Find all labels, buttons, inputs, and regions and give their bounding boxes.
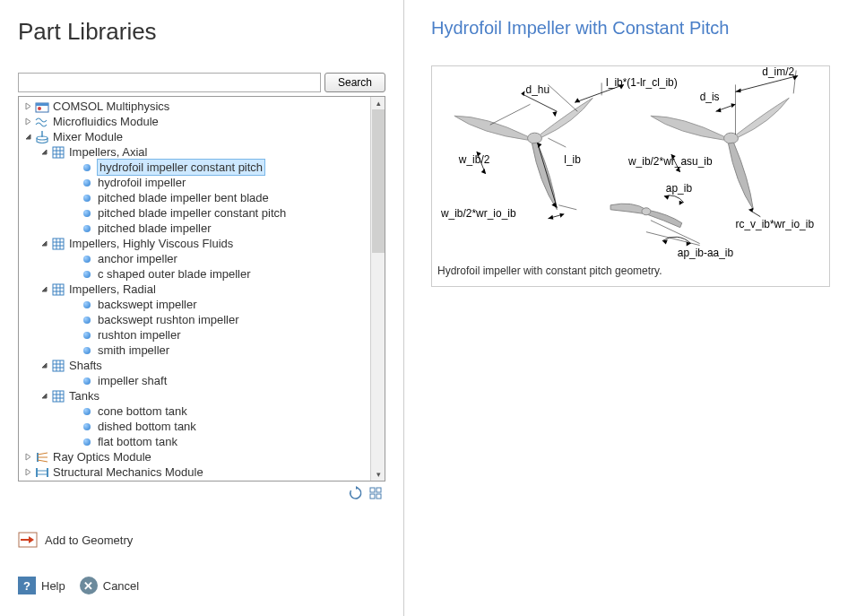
expander-icon[interactable] — [22, 117, 33, 127]
tree-item-label: Structural Mechanics Module — [53, 464, 203, 480]
svg-rect-20 — [53, 360, 64, 371]
expander-icon[interactable] — [39, 147, 49, 158]
expander-icon[interactable] — [39, 239, 49, 249]
tree-view[interactable]: COMSOL MultiphysicsMicrofluidics ModuleM… — [18, 96, 385, 482]
expander-icon[interactable] — [22, 132, 33, 143]
svg-rect-25 — [53, 391, 64, 402]
dim-label: rc_v_ib*wr_io_ib — [735, 218, 814, 230]
scroll-down-arrow[interactable]: ▾ — [371, 468, 385, 481]
expander-icon[interactable] — [22, 452, 33, 463]
tree-item-label: hydrofoil impeller constant pitch — [98, 160, 264, 175]
scroll-up-arrow[interactable]: ▴ — [371, 97, 385, 109]
tree-item[interactable]: pitched blade impeller constant pitch — [19, 205, 370, 221]
dim-label: l_ib — [564, 153, 581, 166]
bullet-icon — [80, 435, 94, 449]
cancel-icon: ✕ — [80, 577, 98, 594]
expander-icon[interactable] — [39, 391, 49, 402]
add-to-geometry-button[interactable]: Add to Geometry — [18, 532, 385, 548]
bullet-icon — [80, 328, 94, 343]
tree-item[interactable]: Impellers, Axial — [19, 144, 370, 160]
bullet-icon — [80, 343, 94, 358]
svg-rect-40 — [376, 494, 381, 499]
svg-line-51 — [548, 138, 566, 147]
mixer-icon — [35, 130, 49, 144]
tree-item[interactable]: hydrofoil impeller constant pitch — [19, 160, 370, 175]
dim-label: ap_ib — [666, 182, 693, 195]
help-button[interactable]: ? Help — [18, 577, 65, 594]
cancel-button[interactable]: ✕ Cancel — [80, 577, 139, 594]
table-icon — [51, 282, 65, 297]
tree-item-label: Shafts — [69, 358, 102, 373]
svg-line-45 — [490, 104, 531, 125]
dim-label: w_ib/2*wr_io_ib — [440, 207, 516, 220]
svg-rect-5 — [53, 147, 64, 158]
tree-item-label: Impellers, Axial — [69, 144, 147, 160]
svg-point-61 — [642, 208, 651, 215]
search-input[interactable] — [18, 73, 321, 92]
expander-icon[interactable] — [39, 360, 49, 371]
dim-label: d_im/2 — [762, 66, 794, 78]
tree-item[interactable]: Shafts — [19, 358, 370, 373]
tree-item-label: Mixer Module — [53, 129, 123, 144]
svg-line-46 — [548, 84, 577, 111]
tree-item[interactable]: Structural Mechanics Module — [19, 464, 370, 480]
bullet-icon — [80, 313, 94, 327]
tree-item[interactable]: impeller shaft — [19, 373, 370, 388]
tree-item-label: cone bottom tank — [98, 403, 187, 419]
tree-item-label: Ray Optics Module — [53, 449, 151, 464]
bullet-icon — [80, 252, 94, 266]
search-button[interactable]: Search — [324, 73, 385, 92]
tree-item-label: pitched blade impeller bent blade — [98, 190, 269, 205]
bullet-icon — [80, 191, 94, 205]
tree-item[interactable]: dished bottom tank — [19, 419, 370, 434]
tree-item[interactable]: rushton impeller — [19, 327, 370, 343]
tree-item[interactable]: Mixer Module — [19, 129, 370, 144]
tree-item[interactable]: Microfluidics Module — [19, 114, 370, 129]
svg-rect-34 — [37, 471, 48, 474]
bullet-icon — [80, 420, 94, 434]
tree-item[interactable]: backswept rushton impeller — [19, 312, 370, 327]
tree-item-label: rushton impeller — [98, 327, 181, 343]
tree-item[interactable]: COMSOL Multiphysics — [19, 99, 370, 114]
tree-item-label: backswept impeller — [98, 297, 197, 312]
tree-item[interactable]: anchor impeller — [19, 251, 370, 266]
tree-item[interactable]: backswept impeller — [19, 297, 370, 312]
table-icon — [51, 145, 65, 160]
bullet-icon — [80, 176, 94, 190]
tree-item[interactable]: Impellers, Radial — [19, 282, 370, 297]
refresh-icon[interactable] — [348, 485, 364, 501]
tree-item-label: anchor impeller — [98, 251, 177, 266]
tree-item-label: pitched blade impeller — [98, 221, 211, 236]
expander-icon[interactable] — [39, 284, 49, 295]
tree-item-label: dished bottom tank — [98, 419, 196, 434]
tree-item[interactable]: Impellers, Highly Viscous Fluids — [19, 236, 370, 251]
tree-item[interactable]: c shaped outer blade impeller — [19, 266, 370, 282]
tree-item[interactable]: pitched blade impeller bent blade — [19, 190, 370, 205]
tree-item[interactable]: Tanks — [19, 388, 370, 403]
svg-line-31 — [38, 453, 48, 455]
tree-item[interactable]: cone bottom tank — [19, 403, 370, 419]
panel-title: Part Libraries — [18, 18, 385, 46]
tree-item[interactable]: Ray Optics Module — [19, 449, 370, 464]
svg-line-52 — [558, 205, 576, 210]
scrollbar[interactable]: ▴ ▾ — [370, 97, 385, 481]
tree-item-label: smith impeller — [98, 343, 169, 358]
dim-label: w_ib/2 — [458, 153, 490, 166]
svg-point-2 — [38, 107, 41, 110]
expander-icon[interactable] — [22, 101, 33, 112]
tree-item-label: hydrofoil impeller — [98, 175, 186, 190]
struct-icon — [35, 465, 49, 480]
bullet-icon — [80, 298, 94, 312]
tree-item[interactable]: flat bottom tank — [19, 434, 370, 449]
dim-label: l_ib*(1-lr_cl_ib) — [606, 76, 678, 89]
table-icon — [51, 237, 65, 251]
svg-rect-37 — [370, 488, 375, 492]
bullet-icon — [80, 206, 94, 221]
expander-icon[interactable] — [22, 467, 33, 478]
tree-item[interactable]: hydrofoil impeller — [19, 175, 370, 190]
tree-item[interactable]: pitched blade impeller — [19, 221, 370, 236]
scroll-thumb[interactable] — [372, 109, 385, 253]
settings-icon[interactable] — [368, 485, 384, 501]
tree-item[interactable]: smith impeller — [19, 343, 370, 358]
tree-item-label: flat bottom tank — [98, 434, 177, 449]
